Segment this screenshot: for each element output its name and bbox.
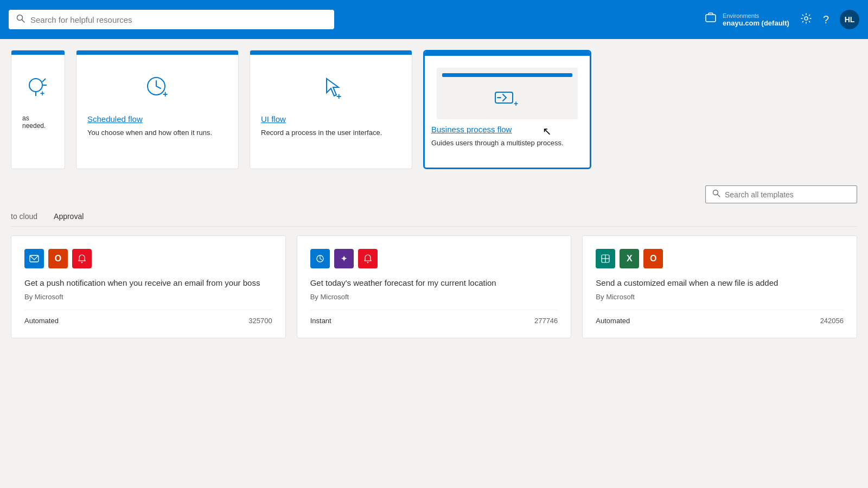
environment-name: enayu.com (default): [723, 19, 789, 27]
topbar: Environments enayu.com (default) ? HL: [0, 0, 868, 39]
template-icons-row: O: [24, 249, 272, 268]
templates-header: [11, 185, 857, 203]
excel-icon: X: [620, 249, 639, 268]
push-notification-type: Automated: [24, 317, 59, 325]
settings-icon[interactable]: [800, 12, 812, 27]
svg-line-1: [22, 20, 25, 23]
search-icon: [16, 14, 25, 25]
template-search-box[interactable]: [705, 185, 857, 203]
svg-text:+: +: [336, 92, 341, 101]
templates-section: to cloud Approval O: [0, 185, 868, 338]
template-footer: Automated 325700: [24, 310, 272, 325]
card-icon-area: +: [22, 66, 54, 109]
push-notification-count: 325700: [248, 317, 272, 325]
outlook-icon: [24, 249, 44, 268]
topbar-right: Environments enayu.com (default) ? HL: [704, 10, 859, 29]
ai-icon: ✦: [334, 249, 354, 268]
help-icon[interactable]: ?: [823, 14, 829, 26]
svg-text:+: +: [163, 89, 168, 99]
template-card-email[interactable]: X O Send a customized email when a new f…: [582, 235, 857, 338]
svg-line-15: [718, 195, 720, 197]
card-top-bar: [250, 50, 412, 55]
ui-flow-desc: Record a process in the user interface.: [261, 128, 401, 138]
main-content: + as needed. +: [0, 39, 868, 338]
environment-label: Environments: [723, 12, 789, 19]
main-search-input[interactable]: [30, 15, 327, 24]
highlighted-inner-card: +: [437, 68, 578, 119]
environment-block[interactable]: Environments enayu.com (default): [704, 11, 789, 28]
push-notification-title: Get a push notification when you receive…: [24, 277, 272, 288]
template-card-push-notification[interactable]: O Get a push notification when you recei…: [11, 235, 286, 338]
email-type: Automated: [596, 317, 630, 325]
card-body: + Scheduled flow You choose when and how…: [76, 55, 238, 149]
process-flow-icon: +: [493, 87, 521, 108]
partial-card-icon: +: [26, 75, 50, 99]
template-icons-row: X O: [596, 249, 844, 268]
office-icon: O: [48, 249, 68, 268]
card-top-bar: [76, 50, 238, 55]
notification-icon: [72, 249, 92, 268]
weather-count: 277746: [534, 317, 558, 325]
svg-line-5: [42, 79, 46, 82]
weather-title: Get today's weather forecast for my curr…: [310, 277, 558, 288]
environment-text: Environments enayu.com (default): [723, 12, 789, 27]
bpf-desc: Guides users through a multistep process…: [431, 138, 583, 148]
svg-rect-2: [706, 15, 716, 22]
email-title: Send a customized email when a new file …: [596, 277, 844, 288]
weather-type: Instant: [310, 317, 331, 325]
business-process-flow-card[interactable]: + Business process flow Guides users thr…: [423, 50, 591, 169]
card-top-bar: [11, 50, 65, 55]
template-footer: Automated 242056: [596, 310, 844, 325]
card-body: + Business process flow Guides users thr…: [425, 56, 590, 155]
card-icon-area: +: [87, 66, 227, 109]
environment-icon: [704, 11, 717, 28]
filter-tabs: to cloud Approval: [11, 212, 857, 227]
ui-flow-card[interactable]: + UI flow Record a process in the user i…: [250, 50, 412, 169]
scheduled-flow-title: Scheduled flow: [87, 114, 227, 124]
flow-icon: [310, 249, 330, 268]
teal-icon: [596, 249, 615, 268]
ui-flow-title: UI flow: [261, 114, 401, 124]
template-search-input[interactable]: [725, 190, 850, 199]
push-notification-author: By Microsoft: [24, 293, 272, 301]
tab-approval[interactable]: Approval: [54, 212, 84, 226]
scheduled-flow-desc: You choose when and how often it runs.: [87, 128, 227, 138]
svg-point-17: [81, 262, 82, 263]
flow-cards-row: + as needed. +: [11, 50, 857, 169]
office-icon-2: O: [643, 249, 663, 268]
svg-point-19: [367, 262, 368, 263]
weather-author: By Microsoft: [310, 293, 558, 301]
avatar[interactable]: HL: [840, 10, 859, 29]
cursor-icon: +: [317, 73, 345, 101]
svg-text:+: +: [40, 89, 44, 98]
bpf-title: Business process flow: [431, 125, 583, 134]
template-card-weather[interactable]: ✦ Get today's weather forecast for my cu…: [297, 235, 572, 338]
card-body: + as needed.: [11, 55, 65, 140]
card-top-bar: [425, 52, 590, 56]
flow-cards-section: + as needed. +: [0, 50, 868, 169]
tab-to-cloud[interactable]: to cloud: [11, 212, 37, 226]
svg-point-3: [805, 17, 808, 20]
inner-card-bar: [442, 73, 572, 77]
template-cards-row: O Get a push notification when you recei…: [11, 235, 857, 338]
notification-icon-2: [358, 249, 378, 268]
clock-icon: +: [143, 73, 171, 101]
template-icons-row: ✦: [310, 249, 558, 268]
template-search-icon: [712, 189, 720, 200]
card-body: + UI flow Record a process in the user i…: [250, 55, 412, 149]
main-search-box[interactable]: [9, 10, 334, 29]
scheduled-flow-card[interactable]: + Scheduled flow You choose when and how…: [76, 50, 239, 169]
template-footer: Instant 277746: [310, 310, 558, 325]
card-icon-area: +: [261, 66, 401, 109]
email-count: 242056: [820, 317, 844, 325]
partial-card-text: as needed.: [22, 114, 54, 130]
email-author: By Microsoft: [596, 293, 844, 301]
partial-flow-card[interactable]: + as needed.: [11, 50, 65, 169]
inner-card-icon: +: [442, 81, 572, 114]
svg-text:+: +: [514, 99, 518, 108]
